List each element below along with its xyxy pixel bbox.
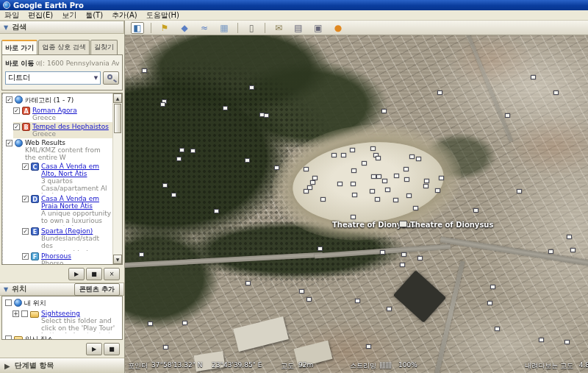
photo-overlay-icon[interactable] — [304, 167, 309, 171]
photo-overlay-icon[interactable] — [331, 153, 337, 157]
menu-view[interactable]: 보기 — [62, 10, 76, 21]
result-row-a[interactable]: A Roman Agora Greece — [13, 106, 112, 122]
photo-overlay-icon[interactable] — [179, 148, 184, 152]
result-link[interactable]: Casa À Venda em Praia Norte Átis — [41, 195, 112, 210]
photo-overlay-icon[interactable] — [567, 235, 572, 239]
photo-overlay-icon[interactable] — [350, 148, 355, 152]
tab-directions[interactable]: 길찾기 — [90, 40, 118, 54]
photo-overlay-icon[interactable] — [355, 299, 360, 303]
result-category-row[interactable]: 카테고리 (1 - 7) — [6, 95, 112, 106]
tab-fly-to[interactable]: 바로 가기 — [1, 40, 37, 54]
photo-overlay-icon[interactable] — [394, 174, 399, 178]
ruler-button[interactable]: ▯ — [245, 22, 258, 34]
stop-tour-button[interactable]: ■ — [86, 268, 102, 280]
result-row-e[interactable]: E Sparta (Region) Bundesland/stadt des w… — [22, 227, 112, 252]
places-panel-header[interactable]: ▼ 위치 콘텐츠 추가 — [0, 283, 124, 296]
photo-overlay-icon[interactable] — [370, 146, 376, 151]
layers-panel-header[interactable]: ▶ 단계별 항목 — [0, 358, 124, 373]
photo-overlay-icon[interactable] — [223, 106, 228, 110]
photo-overlay-icon[interactable] — [375, 197, 380, 202]
photo-overlay-icon[interactable] — [399, 221, 407, 227]
view-in-google-maps-button[interactable]: ● — [331, 22, 345, 34]
result-link[interactable]: Roman Agora — [32, 107, 112, 114]
photo-overlay-icon[interactable] — [304, 189, 309, 193]
result-web-results-row[interactable]: Web Results KML/KMZ content from the ent… — [6, 138, 112, 162]
photo-overlay-icon[interactable] — [424, 179, 429, 183]
photo-overlay-icon[interactable] — [409, 154, 415, 159]
photo-overlay-icon[interactable] — [437, 90, 442, 95]
checkbox[interactable] — [6, 140, 12, 146]
scroll-down-icon[interactable]: ▼ — [113, 255, 122, 264]
photo-overlay-icon[interactable] — [564, 340, 570, 344]
photo-overlay-icon[interactable] — [439, 176, 444, 180]
photo-overlay-icon[interactable] — [490, 285, 495, 289]
tab-find-businesses[interactable]: 업종 상호 검색 — [38, 40, 90, 54]
photo-overlay-icon[interactable] — [214, 209, 219, 213]
photo-overlay-icon[interactable] — [413, 206, 418, 210]
photo-overlay-icon[interactable] — [385, 188, 390, 192]
photo-overlay-icon[interactable] — [312, 176, 318, 180]
checkbox[interactable] — [22, 228, 29, 235]
photo-overlay-icon[interactable] — [160, 102, 165, 107]
checkbox[interactable] — [13, 124, 20, 130]
photo-overlay-icon[interactable] — [139, 252, 144, 257]
photo-overlay-icon[interactable] — [371, 174, 376, 179]
play-tour-button[interactable]: ▶ — [86, 343, 102, 355]
checkbox[interactable] — [22, 163, 29, 170]
sidebar-toggle-button[interactable]: ◧ — [131, 22, 144, 34]
menu-tools[interactable]: 툴(T) — [85, 10, 103, 21]
clear-results-button[interactable]: × — [104, 268, 120, 280]
search-input[interactable] — [6, 74, 92, 82]
photo-overlay-icon[interactable] — [548, 249, 553, 254]
checkbox[interactable] — [22, 253, 29, 260]
add-polygon-button[interactable]: ◆ — [178, 22, 191, 34]
photo-overlay-icon[interactable] — [142, 68, 147, 73]
photo-overlay-icon[interactable] — [337, 182, 343, 186]
photo-overlay-icon[interactable] — [473, 208, 478, 213]
photo-overlay-icon[interactable] — [310, 180, 315, 185]
photo-overlay-icon[interactable] — [376, 174, 381, 179]
map-label-theatre-2[interactable]: Theatre of Dionysus — [410, 221, 493, 229]
my-places-row[interactable]: 내 위치 — [5, 298, 122, 309]
checkbox[interactable] — [5, 299, 12, 306]
photo-overlay-icon[interactable] — [381, 109, 387, 113]
photo-overlay-icon[interactable] — [505, 113, 510, 118]
photo-overlay-icon[interactable] — [162, 183, 168, 188]
photo-overlay-icon[interactable] — [423, 184, 429, 188]
photo-overlay-icon[interactable] — [352, 193, 357, 197]
photo-overlay-icon[interactable] — [406, 193, 412, 198]
photo-overlay-icon[interactable] — [553, 90, 559, 95]
expand-icon[interactable] — [12, 310, 19, 317]
chevron-down-icon[interactable]: ▼ — [92, 73, 100, 83]
photo-overlay-icon[interactable] — [318, 246, 323, 251]
search-button[interactable] — [103, 71, 119, 85]
photo-overlay-icon[interactable] — [362, 161, 367, 166]
photo-overlay-icon[interactable] — [487, 301, 492, 305]
photo-overlay-icon[interactable] — [249, 85, 254, 90]
photo-overlay-icon[interactable] — [245, 281, 251, 285]
photo-overlay-icon[interactable] — [404, 167, 409, 171]
photo-overlay-icon[interactable] — [570, 248, 576, 252]
sightseeing-row[interactable]: Sightseeing Select this folder and click… — [12, 309, 122, 334]
temporary-places-row[interactable]: 임시 장소 — [5, 334, 122, 340]
result-row-d[interactable]: D Casa À Venda em Praia Norte Átis A uni… — [22, 194, 112, 227]
scroll-up-icon[interactable]: ▲ — [113, 93, 122, 103]
photo-overlay-icon[interactable] — [320, 197, 326, 202]
photo-overlay-icon[interactable] — [274, 166, 279, 170]
photo-overlay-icon[interactable] — [351, 168, 356, 173]
play-tour-button[interactable]: ▶ — [68, 268, 85, 280]
photo-overlay-icon[interactable] — [190, 149, 196, 153]
photo-overlay-icon[interactable] — [495, 327, 500, 331]
checkbox[interactable] — [22, 196, 29, 202]
photo-overlay-icon[interactable] — [380, 250, 385, 255]
photo-overlay-icon[interactable] — [531, 75, 536, 79]
checkbox[interactable] — [6, 96, 12, 103]
photo-overlay-icon[interactable] — [393, 198, 398, 202]
stop-tour-button[interactable]: ■ — [104, 343, 120, 355]
result-row-c[interactable]: C Casa À Venda em Alto, Nort Átis 3 quar… — [22, 162, 112, 194]
result-row-f[interactable]: F Phorsous Phorso… — [22, 252, 112, 264]
photo-overlay-icon[interactable] — [517, 189, 522, 193]
photo-overlay-icon[interactable] — [341, 153, 346, 157]
photo-overlay-icon[interactable] — [148, 322, 153, 326]
menu-add[interactable]: 추가(A) — [112, 10, 137, 21]
